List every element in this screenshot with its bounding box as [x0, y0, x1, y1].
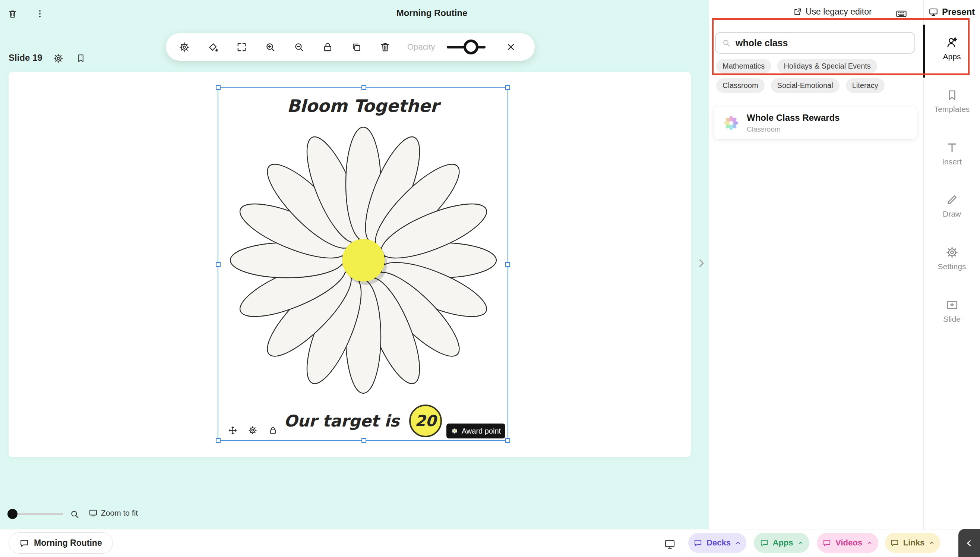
pinwheel-flower-icon: [722, 114, 740, 132]
delete-element-button[interactable]: [376, 38, 393, 55]
fullscreen-button[interactable]: [233, 38, 250, 55]
resize-handle-ne[interactable]: [505, 85, 510, 90]
resize-handle-e[interactable]: [505, 262, 510, 267]
app-root: Morning Routine Use legacy editor Presen…: [0, 0, 980, 557]
bookmark-icon: [76, 53, 86, 64]
resize-handle-nw[interactable]: [216, 85, 221, 90]
selected-element[interactable]: Bloom Together Our target is 20: [218, 87, 508, 441]
nav-item-slide[interactable]: Slide: [924, 298, 980, 324]
app-result-category: Classroom: [747, 125, 840, 134]
gear-icon: [248, 425, 257, 435]
award-point-button[interactable]: Award point: [446, 423, 505, 438]
nav-item-apps[interactable]: Apps: [924, 36, 980, 61]
move-icon: [228, 425, 238, 435]
opacity-label: Opacity: [407, 42, 435, 52]
bookmark-icon: [945, 88, 959, 102]
element-mini-controls: [227, 424, 279, 436]
videos-icon: [822, 538, 831, 547]
resize-handle-n[interactable]: [361, 85, 366, 90]
lock-element-button[interactable]: [319, 38, 336, 55]
nav-item-draw[interactable]: Draw: [924, 193, 980, 218]
fit-screen-icon: [89, 508, 98, 518]
gear-icon: [179, 41, 190, 53]
gear-icon: [945, 246, 959, 259]
delete-slide-button[interactable]: [5, 7, 20, 21]
resize-handle-w[interactable]: [216, 262, 221, 267]
screen-toggle-button[interactable]: [663, 537, 677, 551]
decks-tray-button[interactable]: Decks: [688, 533, 746, 553]
trash-icon: [379, 41, 391, 53]
opacity-slider[interactable]: [447, 46, 486, 49]
chevron-up-icon: [929, 540, 935, 546]
links-tray-button[interactable]: Links: [885, 533, 940, 553]
expand-icon: [236, 41, 247, 53]
slide-settings-button[interactable]: [51, 51, 65, 65]
fill-color-button[interactable]: [204, 38, 221, 55]
chip-classroom[interactable]: Classroom: [716, 78, 765, 93]
zoom-magnifier-button[interactable]: [68, 508, 80, 520]
present-button[interactable]: Present: [929, 7, 975, 17]
zoom-to-fit-button[interactable]: Zoom to fit: [89, 508, 138, 518]
element-settings-button[interactable]: [176, 38, 193, 55]
target-text: Our target is: [284, 412, 400, 430]
chip-literacy[interactable]: Literacy: [846, 78, 885, 93]
zoom-slider-track[interactable]: [12, 513, 63, 515]
slide-number-label: Slide 19: [8, 52, 42, 63]
chip-social-emotional[interactable]: Social-Emotional: [771, 78, 840, 93]
apps-search-box: [715, 32, 915, 54]
external-link-icon: [793, 7, 802, 16]
nav-item-templates[interactable]: Templates: [924, 88, 980, 114]
close-toolbar-button[interactable]: [502, 38, 519, 55]
daisy-flower-graphic: [226, 122, 501, 398]
videos-tray-button[interactable]: Videos: [817, 533, 878, 553]
selection-toolbar: Opacity: [166, 33, 535, 61]
opacity-slider-handle[interactable]: [463, 39, 478, 54]
nav-item-settings[interactable]: Settings: [924, 246, 980, 271]
resize-handle-sw[interactable]: [216, 438, 221, 443]
bookmark-slide-button[interactable]: [74, 51, 88, 65]
element-config-button[interactable]: [247, 424, 258, 436]
apps-search-input[interactable]: [736, 37, 908, 49]
move-element-button[interactable]: [227, 424, 239, 436]
text-insert-icon: [945, 141, 959, 154]
gear-icon: [53, 53, 64, 64]
chevron-up-icon: [866, 540, 873, 546]
apps-tray-button[interactable]: Apps: [754, 533, 809, 553]
keyboard-icon: [895, 8, 907, 20]
nav-item-insert[interactable]: Insert: [924, 141, 980, 166]
collapse-panel-button[interactable]: [694, 256, 709, 271]
more-options-button[interactable]: [33, 7, 47, 21]
page-title: Morning Routine: [320, 8, 544, 18]
lock-icon: [268, 426, 278, 435]
zoom-in-button[interactable]: [262, 38, 279, 55]
keyboard-shortcuts-button[interactable]: [894, 6, 909, 22]
paint-fill-icon: [207, 41, 219, 53]
lock-mini-button[interactable]: [267, 424, 279, 436]
chevron-right-icon: [696, 257, 707, 269]
close-icon: [505, 41, 517, 52]
chip-mathematics[interactable]: Mathematics: [716, 59, 771, 73]
duplicate-element-button[interactable]: [348, 38, 365, 55]
use-legacy-editor-link[interactable]: Use legacy editor: [793, 7, 872, 17]
zoom-slider-handle[interactable]: [7, 509, 18, 519]
apps-person-sparkle-icon: [945, 36, 959, 49]
category-chips: Mathematics Holidays & Special Events Cl…: [716, 59, 922, 93]
search-icon: [722, 38, 731, 48]
zoom-out-button[interactable]: [290, 38, 307, 55]
chip-holidays-special-events[interactable]: Holidays & Special Events: [777, 59, 877, 73]
trash-icon: [7, 9, 18, 19]
kebab-menu-icon: [35, 9, 45, 19]
resize-handle-s[interactable]: [361, 438, 366, 443]
deck-name-button[interactable]: Morning Routine: [8, 533, 113, 554]
monitor-icon: [664, 538, 676, 550]
monitor-icon: [929, 7, 938, 17]
slide-icon: [945, 298, 959, 312]
app-result-card[interactable]: Whole Class Rewards Classroom: [714, 107, 917, 139]
lock-icon: [322, 41, 333, 53]
magnifier-icon: [70, 509, 80, 520]
chevron-left-icon: [964, 538, 974, 548]
zoom-in-icon: [265, 41, 276, 53]
collapse-tray-button[interactable]: [958, 529, 980, 557]
resize-handle-se[interactable]: [505, 438, 510, 443]
copy-icon: [351, 41, 362, 53]
